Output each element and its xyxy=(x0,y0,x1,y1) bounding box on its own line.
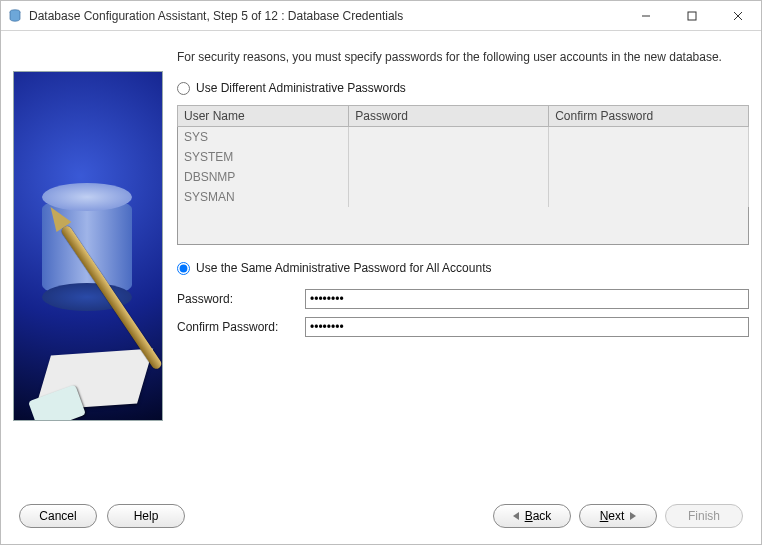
back-button-label: Back xyxy=(525,509,552,523)
col-confirm: Confirm Password xyxy=(549,106,749,127)
cell-username: SYS xyxy=(178,127,349,148)
finish-button: Finish xyxy=(665,504,743,528)
cell-password xyxy=(349,187,549,207)
wizard-illustration xyxy=(13,71,163,421)
password-fields: Password: Confirm Password: xyxy=(177,289,749,337)
back-button[interactable]: Back xyxy=(493,504,571,528)
radio-same-password[interactable]: Use the Same Administrative Password for… xyxy=(177,261,749,275)
radio-different-passwords[interactable]: Use Different Administrative Passwords xyxy=(177,81,749,95)
content: For security reasons, you must specify p… xyxy=(1,31,761,544)
minimize-button[interactable] xyxy=(623,1,669,30)
radio-different-label: Use Different Administrative Passwords xyxy=(196,81,406,95)
close-button[interactable] xyxy=(715,1,761,30)
window-controls xyxy=(623,1,761,30)
password-label: Password: xyxy=(177,292,297,306)
radio-same-label: Use the Same Administrative Password for… xyxy=(196,261,491,275)
next-button[interactable]: Next xyxy=(579,504,657,528)
cell-username: SYSTEM xyxy=(178,147,349,167)
cell-password xyxy=(349,167,549,187)
cell-password xyxy=(349,127,549,148)
table-row: SYS xyxy=(178,127,749,148)
next-button-label: Next xyxy=(600,509,625,523)
cell-confirm xyxy=(549,147,749,167)
table-row: SYSMAN xyxy=(178,187,749,207)
confirm-password-input[interactable] xyxy=(305,317,749,337)
cell-password xyxy=(349,147,549,167)
col-username: User Name xyxy=(178,106,349,127)
cell-confirm xyxy=(549,127,749,148)
maximize-button[interactable] xyxy=(669,1,715,30)
intro-text: For security reasons, you must specify p… xyxy=(177,49,749,65)
chevron-right-icon xyxy=(630,512,636,520)
password-input[interactable] xyxy=(305,289,749,309)
cancel-button[interactable]: Cancel xyxy=(19,504,97,528)
cell-confirm xyxy=(549,167,749,187)
window-title: Database Configuration Assistant, Step 5… xyxy=(29,9,623,23)
radio-same-input[interactable] xyxy=(177,262,190,275)
col-password: Password xyxy=(349,106,549,127)
right-pane: For security reasons, you must specify p… xyxy=(177,41,749,496)
svg-rect-2 xyxy=(688,12,696,20)
credentials-table: User Name Password Confirm Password SYS xyxy=(177,105,749,245)
cell-username: SYSMAN xyxy=(178,187,349,207)
titlebar: Database Configuration Assistant, Step 5… xyxy=(1,1,761,31)
chevron-left-icon xyxy=(513,512,519,520)
footer: Cancel Help Back Next Finish xyxy=(13,496,749,536)
confirm-password-label: Confirm Password: xyxy=(177,320,297,334)
table-row: SYSTEM xyxy=(178,147,749,167)
cell-username: DBSNMP xyxy=(178,167,349,187)
window: Database Configuration Assistant, Step 5… xyxy=(0,0,762,545)
app-icon xyxy=(7,8,23,24)
table-row: DBSNMP xyxy=(178,167,749,187)
help-button[interactable]: Help xyxy=(107,504,185,528)
main-row: For security reasons, you must specify p… xyxy=(13,41,749,496)
cell-confirm xyxy=(549,187,749,207)
radio-different-input[interactable] xyxy=(177,82,190,95)
